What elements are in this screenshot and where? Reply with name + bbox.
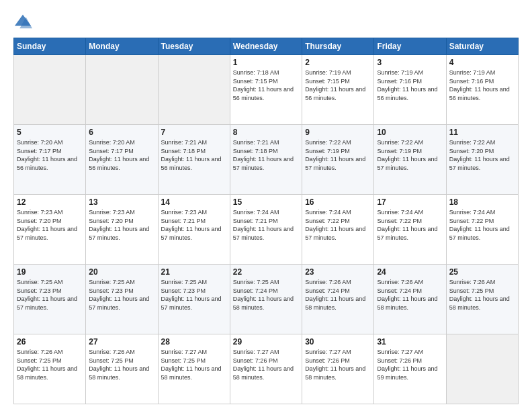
day-number: 11 xyxy=(449,128,515,137)
day-info: Sunrise: 7:27 AM Sunset: 7:26 PM Dayligh… xyxy=(233,348,299,381)
day-info: Sunrise: 7:24 AM Sunset: 7:22 PM Dayligh… xyxy=(305,208,371,242)
day-info: Sunrise: 7:23 AM Sunset: 7:20 PM Dayligh… xyxy=(89,208,154,242)
day-info: Sunrise: 7:25 AM Sunset: 7:23 PM Dayligh… xyxy=(161,278,227,312)
day-info: Sunrise: 7:19 AM Sunset: 7:16 PM Dayligh… xyxy=(377,68,443,102)
day-info: Sunrise: 7:27 AM Sunset: 7:25 PM Dayligh… xyxy=(161,348,227,381)
day-info: Sunrise: 7:19 AM Sunset: 7:16 PM Dayligh… xyxy=(449,68,515,102)
calendar-cell: 11Sunrise: 7:22 AM Sunset: 7:20 PM Dayli… xyxy=(446,125,518,195)
weekday-header-thursday: Thursday xyxy=(302,38,374,55)
weekday-header-sunday: Sunday xyxy=(14,38,86,55)
calendar-cell: 28Sunrise: 7:27 AM Sunset: 7:25 PM Dayli… xyxy=(158,334,230,404)
day-info: Sunrise: 7:26 AM Sunset: 7:25 PM Dayligh… xyxy=(89,348,154,381)
weekday-header-friday: Friday xyxy=(374,38,446,55)
calendar-cell: 2Sunrise: 7:19 AM Sunset: 7:15 PM Daylig… xyxy=(302,55,374,125)
day-number: 5 xyxy=(17,128,83,137)
calendar-cell: 22Sunrise: 7:25 AM Sunset: 7:24 PM Dayli… xyxy=(230,265,302,334)
day-info: Sunrise: 7:26 AM Sunset: 7:24 PM Dayligh… xyxy=(377,278,443,312)
calendar-cell: 24Sunrise: 7:26 AM Sunset: 7:24 PM Dayli… xyxy=(374,265,446,334)
calendar-cell: 4Sunrise: 7:19 AM Sunset: 7:16 PM Daylig… xyxy=(446,55,518,125)
calendar-cell: 12Sunrise: 7:23 AM Sunset: 7:20 PM Dayli… xyxy=(14,195,86,265)
day-number: 15 xyxy=(233,197,299,207)
calendar-cell: 30Sunrise: 7:27 AM Sunset: 7:26 PM Dayli… xyxy=(302,334,374,404)
day-number: 2 xyxy=(305,58,371,67)
calendar-cell: 27Sunrise: 7:26 AM Sunset: 7:25 PM Dayli… xyxy=(86,334,158,404)
calendar-cell: 21Sunrise: 7:25 AM Sunset: 7:23 PM Dayli… xyxy=(158,265,230,334)
calendar-table: SundayMondayTuesdayWednesdayThursdayFrid… xyxy=(13,38,519,404)
weekday-header-row: SundayMondayTuesdayWednesdayThursdayFrid… xyxy=(14,38,519,55)
calendar-cell: 26Sunrise: 7:26 AM Sunset: 7:25 PM Dayli… xyxy=(14,334,86,404)
calendar-cell: 1Sunrise: 7:18 AM Sunset: 7:15 PM Daylig… xyxy=(230,55,302,125)
day-info: Sunrise: 7:25 AM Sunset: 7:24 PM Dayligh… xyxy=(233,278,299,312)
calendar-cell: 3Sunrise: 7:19 AM Sunset: 7:16 PM Daylig… xyxy=(374,55,446,125)
calendar-cell: 10Sunrise: 7:22 AM Sunset: 7:19 PM Dayli… xyxy=(374,125,446,195)
calendar-cell xyxy=(446,334,518,404)
calendar-cell: 14Sunrise: 7:23 AM Sunset: 7:21 PM Dayli… xyxy=(158,195,230,265)
calendar-cell: 6Sunrise: 7:20 AM Sunset: 7:17 PM Daylig… xyxy=(86,125,158,195)
day-info: Sunrise: 7:22 AM Sunset: 7:19 PM Dayligh… xyxy=(377,138,443,172)
calendar-cell: 18Sunrise: 7:24 AM Sunset: 7:22 PM Dayli… xyxy=(446,195,518,265)
day-number: 12 xyxy=(17,197,83,207)
day-info: Sunrise: 7:27 AM Sunset: 7:26 PM Dayligh… xyxy=(377,348,443,381)
calendar-cell xyxy=(86,55,158,125)
day-number: 26 xyxy=(17,337,83,347)
calendar-cell: 17Sunrise: 7:24 AM Sunset: 7:22 PM Dayli… xyxy=(374,195,446,265)
day-info: Sunrise: 7:23 AM Sunset: 7:21 PM Dayligh… xyxy=(161,208,227,242)
day-info: Sunrise: 7:25 AM Sunset: 7:23 PM Dayligh… xyxy=(17,278,83,312)
logo xyxy=(13,12,35,31)
day-info: Sunrise: 7:19 AM Sunset: 7:15 PM Dayligh… xyxy=(305,68,371,102)
day-number: 18 xyxy=(449,197,515,207)
calendar-cell: 25Sunrise: 7:26 AM Sunset: 7:25 PM Dayli… xyxy=(446,265,518,334)
day-info: Sunrise: 7:25 AM Sunset: 7:23 PM Dayligh… xyxy=(89,278,154,312)
calendar-cell: 29Sunrise: 7:27 AM Sunset: 7:26 PM Dayli… xyxy=(230,334,302,404)
day-number: 31 xyxy=(377,337,443,347)
day-info: Sunrise: 7:26 AM Sunset: 7:25 PM Dayligh… xyxy=(449,278,515,312)
weekday-header-monday: Monday xyxy=(86,38,158,55)
calendar-cell xyxy=(14,55,86,125)
day-info: Sunrise: 7:22 AM Sunset: 7:19 PM Dayligh… xyxy=(305,138,371,172)
day-number: 9 xyxy=(305,128,371,137)
calendar-cell: 16Sunrise: 7:24 AM Sunset: 7:22 PM Dayli… xyxy=(302,195,374,265)
calendar-cell: 8Sunrise: 7:21 AM Sunset: 7:18 PM Daylig… xyxy=(230,125,302,195)
weekday-header-wednesday: Wednesday xyxy=(230,38,302,55)
day-number: 13 xyxy=(89,197,154,207)
day-info: Sunrise: 7:27 AM Sunset: 7:26 PM Dayligh… xyxy=(305,348,371,381)
calendar-cell: 9Sunrise: 7:22 AM Sunset: 7:19 PM Daylig… xyxy=(302,125,374,195)
day-number: 20 xyxy=(89,267,154,277)
calendar-cell: 5Sunrise: 7:20 AM Sunset: 7:17 PM Daylig… xyxy=(14,125,86,195)
day-info: Sunrise: 7:23 AM Sunset: 7:20 PM Dayligh… xyxy=(17,208,83,242)
day-number: 16 xyxy=(305,197,371,207)
day-number: 1 xyxy=(233,58,299,67)
day-info: Sunrise: 7:21 AM Sunset: 7:18 PM Dayligh… xyxy=(233,138,299,172)
day-number: 22 xyxy=(233,267,299,277)
day-number: 19 xyxy=(17,267,83,277)
day-number: 25 xyxy=(449,267,515,277)
day-number: 8 xyxy=(233,128,299,137)
day-number: 3 xyxy=(377,58,443,67)
calendar-cell: 13Sunrise: 7:23 AM Sunset: 7:20 PM Dayli… xyxy=(86,195,158,265)
day-number: 21 xyxy=(161,267,227,277)
day-number: 4 xyxy=(449,58,515,67)
day-number: 17 xyxy=(377,197,443,207)
day-number: 29 xyxy=(233,337,299,347)
day-info: Sunrise: 7:24 AM Sunset: 7:22 PM Dayligh… xyxy=(449,208,515,242)
day-number: 7 xyxy=(161,128,227,137)
calendar-cell: 15Sunrise: 7:24 AM Sunset: 7:21 PM Dayli… xyxy=(230,195,302,265)
day-number: 23 xyxy=(305,267,371,277)
calendar-cell: 20Sunrise: 7:25 AM Sunset: 7:23 PM Dayli… xyxy=(86,265,158,334)
calendar-page: SundayMondayTuesdayWednesdayThursdayFrid… xyxy=(0,0,532,411)
weekday-header-saturday: Saturday xyxy=(446,38,518,55)
week-row-2: 5Sunrise: 7:20 AM Sunset: 7:17 PM Daylig… xyxy=(14,125,519,195)
day-number: 6 xyxy=(89,128,154,137)
calendar-cell: 23Sunrise: 7:26 AM Sunset: 7:24 PM Dayli… xyxy=(302,265,374,334)
day-info: Sunrise: 7:26 AM Sunset: 7:25 PM Dayligh… xyxy=(17,348,83,381)
weekday-header-tuesday: Tuesday xyxy=(158,38,230,55)
week-row-3: 12Sunrise: 7:23 AM Sunset: 7:20 PM Dayli… xyxy=(14,195,519,265)
day-number: 30 xyxy=(305,337,371,347)
calendar-cell: 31Sunrise: 7:27 AM Sunset: 7:26 PM Dayli… xyxy=(374,334,446,404)
day-info: Sunrise: 7:24 AM Sunset: 7:21 PM Dayligh… xyxy=(233,208,299,242)
calendar-cell: 19Sunrise: 7:25 AM Sunset: 7:23 PM Dayli… xyxy=(14,265,86,334)
header xyxy=(13,12,519,31)
logo-icon xyxy=(13,12,32,31)
day-number: 27 xyxy=(89,337,154,347)
day-info: Sunrise: 7:22 AM Sunset: 7:20 PM Dayligh… xyxy=(449,138,515,172)
